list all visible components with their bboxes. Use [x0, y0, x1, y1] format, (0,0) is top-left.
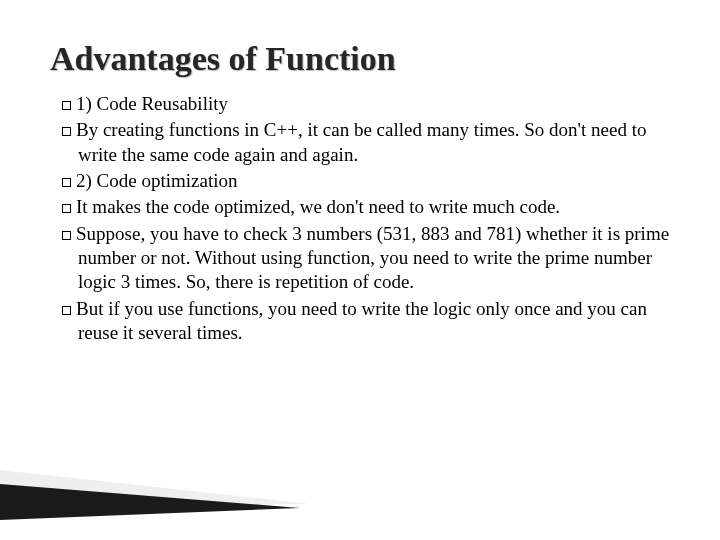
corner-decoration-icon — [0, 460, 320, 520]
bullet-text: Suppose, you have to check 3 numbers (53… — [76, 223, 669, 293]
svg-marker-1 — [0, 484, 300, 520]
bullet-item: But if you use functions, you need to wr… — [50, 297, 670, 346]
square-bullet-icon — [62, 306, 71, 315]
bullet-item: Suppose, you have to check 3 numbers (53… — [50, 222, 670, 295]
svg-marker-0 — [0, 470, 310, 508]
square-bullet-icon — [62, 101, 71, 110]
square-bullet-icon — [62, 127, 71, 136]
bullet-text: But if you use functions, you need to wr… — [76, 298, 647, 343]
bullet-item: 2) Code optimization — [50, 169, 670, 193]
bullet-text: By creating functions in C++, it can be … — [76, 119, 646, 164]
bullet-text: It makes the code optimized, we don't ne… — [76, 196, 560, 217]
slide-title: Advantages of Function — [50, 40, 670, 78]
bullet-text: 2) Code optimization — [76, 170, 237, 191]
bullet-item: It makes the code optimized, we don't ne… — [50, 195, 670, 219]
bullet-item: By creating functions in C++, it can be … — [50, 118, 670, 167]
slide-body: 1) Code Reusability By creating function… — [50, 92, 670, 345]
slide: Advantages of Function 1) Code Reusabili… — [0, 0, 720, 540]
square-bullet-icon — [62, 204, 71, 213]
square-bullet-icon — [62, 178, 71, 187]
bullet-text: 1) Code Reusability — [76, 93, 228, 114]
square-bullet-icon — [62, 231, 71, 240]
bullet-item: 1) Code Reusability — [50, 92, 670, 116]
